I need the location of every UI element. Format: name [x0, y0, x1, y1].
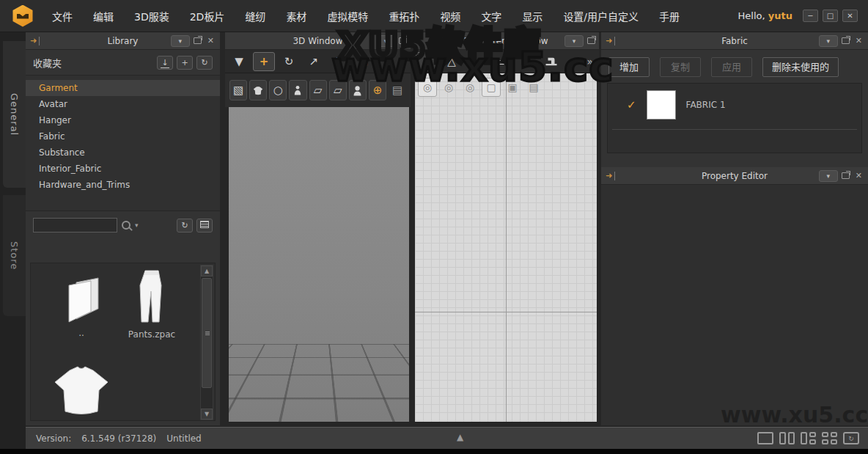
show-globe-icon[interactable]: ⊕ — [369, 80, 386, 100]
import-button[interactable]: ↓ — [157, 56, 173, 70]
file-item-pants[interactable]: Pants.zpac — [111, 269, 192, 340]
show-avatar-icon[interactable] — [289, 80, 306, 100]
dock-arrow-icon[interactable]: ➜ — [30, 37, 40, 45]
menu-sewing[interactable]: 缝纫 — [237, 5, 273, 27]
transform-pattern-tool-icon[interactable]: ◢ — [416, 52, 438, 71]
menu-3d-garment[interactable]: 3D服装 — [126, 5, 177, 27]
3d-window-popout-button[interactable] — [399, 36, 407, 46]
2d-window-dropdown-button[interactable]: ▾ — [564, 35, 584, 47]
show-info-icon[interactable]: ◎ — [460, 78, 479, 97]
library-close-button[interactable]: ✕ — [205, 36, 216, 45]
layout-grid-icon[interactable] — [822, 432, 837, 444]
fabric-apply-button[interactable]: 应用 — [711, 57, 752, 77]
tab-general[interactable]: General — [3, 41, 26, 188]
2d-window-popout-button[interactable] — [587, 36, 595, 46]
2d-pattern-canvas[interactable] — [415, 73, 597, 422]
search-input[interactable] — [33, 218, 117, 233]
library-item-garment[interactable]: Garment — [26, 80, 220, 96]
collapse-panel-icon[interactable]: ▲ — [457, 432, 463, 442]
pin-tool-icon[interactable]: ↗ — [303, 52, 325, 71]
create-pattern-tool-icon[interactable]: ▱ — [466, 52, 488, 71]
fabric-dropdown-button[interactable]: ▾ — [819, 35, 838, 47]
library-item-fabric[interactable]: Fabric — [26, 128, 220, 144]
show-trims-icon[interactable]: ○ — [269, 80, 287, 100]
measure-tape-icon[interactable]: ▤ — [389, 80, 406, 100]
toolbar-overflow-icon[interactable]: » — [398, 56, 408, 67]
edit-pattern-tool-icon[interactable]: △ — [441, 52, 463, 71]
toolbar-overflow-icon[interactable]: » — [586, 56, 596, 67]
refresh-favorites-button[interactable]: ↻ — [196, 56, 213, 70]
search-icon[interactable] — [122, 221, 130, 230]
view-mode-button[interactable] — [196, 219, 213, 233]
library-item-hanger[interactable]: Hanger — [26, 112, 220, 128]
menu-avatar[interactable]: 虚拟模特 — [319, 5, 376, 27]
refresh-files-button[interactable]: ↻ — [177, 219, 193, 233]
library-item-substance[interactable]: Substance — [26, 144, 220, 161]
trace-tool-icon[interactable]: ▭ — [490, 52, 512, 71]
menu-material[interactable]: 素材 — [278, 5, 315, 27]
library-item-avatar[interactable]: Avatar — [26, 96, 220, 112]
fabric-close-button[interactable]: ✕ — [853, 36, 864, 45]
scroll-up-button[interactable]: ▲ — [201, 266, 213, 277]
show-pattern-outline-icon[interactable]: ▢ — [482, 78, 501, 97]
library-dropdown-button[interactable]: ▾ — [171, 35, 190, 47]
fabric-swatch[interactable] — [647, 90, 676, 120]
add-favorite-button[interactable]: + — [177, 56, 193, 70]
sewing-machine-tool-icon[interactable] — [540, 52, 562, 71]
file-item-parent-folder[interactable]: .. — [41, 277, 122, 338]
ruler-icon[interactable]: ▤ — [524, 78, 543, 97]
search-filter-dropdown-icon[interactable]: ▾ — [135, 221, 139, 229]
menu-settings-customize[interactable]: 设置/用户自定义 — [555, 5, 647, 27]
show-head-icon[interactable] — [349, 80, 367, 100]
move-tool-icon[interactable]: + — [253, 52, 275, 71]
property-editor-dropdown-button[interactable]: ▾ — [819, 170, 838, 182]
fabric-list-item[interactable]: ✓ FABRIC 1 — [608, 84, 861, 126]
fabric-popout-button[interactable] — [842, 36, 850, 46]
3d-viewport[interactable] — [229, 107, 409, 422]
show-sewing-icon[interactable]: ◎ — [418, 78, 437, 97]
menu-video[interactable]: 视频 — [432, 5, 468, 27]
show-3d-pattern-icon[interactable]: ▧ — [229, 80, 247, 100]
menu-display[interactable]: 显示 — [514, 5, 551, 27]
maximize-button[interactable]: □ — [823, 10, 838, 22]
minimize-button[interactable]: − — [803, 10, 818, 22]
menu-text[interactable]: 文字 — [473, 5, 510, 27]
fabric-delete-unused-button[interactable]: 删除未使用的 — [762, 57, 839, 77]
layout-two-pane-icon[interactable] — [779, 432, 795, 444]
3d-window-dropdown-button[interactable]: ▾ — [376, 35, 395, 47]
menu-file[interactable]: 文件 — [44, 5, 81, 27]
scrollbar-thumb[interactable] — [202, 278, 212, 388]
show-avatar-silhouette-icon[interactable] — [515, 52, 537, 71]
property-editor-close-button[interactable]: ✕ — [853, 171, 864, 180]
close-button[interactable]: ✕ — [842, 10, 858, 22]
menu-retopology[interactable]: 重拓扑 — [380, 5, 427, 27]
scroll-down-button[interactable]: ▼ — [201, 409, 213, 420]
lock-pattern-icon[interactable]: ▣ — [503, 78, 522, 97]
dock-arrow-icon[interactable]: ➜ — [606, 172, 615, 180]
library-popout-button[interactable] — [194, 36, 202, 46]
property-editor-popout-button[interactable] — [842, 171, 850, 181]
library-item-interior-fabric[interactable]: Interior_Fabric — [26, 161, 220, 177]
arrange-tool-icon[interactable]: ▼ — [228, 52, 250, 71]
fabric-add-button[interactable]: 增加 — [608, 57, 650, 77]
file-item-tshirt[interactable] — [41, 365, 122, 420]
dock-arrow-icon[interactable]: ➜ — [606, 37, 615, 45]
tab-store[interactable]: Store — [3, 195, 26, 316]
rotate-gizmo-tool-icon[interactable]: ↻ — [278, 52, 300, 71]
show-garment-icon[interactable] — [249, 80, 267, 100]
layout-one-two-icon[interactable] — [801, 432, 816, 444]
fold-arrangement-tool-icon[interactable]: ⇈ — [328, 52, 350, 71]
show-pattern-a-icon[interactable]: ▱ — [309, 80, 327, 100]
file-scrollbar[interactable]: ▲ ▼ — [200, 265, 213, 420]
show-garment-2d-icon[interactable]: ◎ — [439, 78, 458, 97]
show-hide-tool-icon[interactable]: ⊡ — [353, 52, 375, 71]
menu-edit[interactable]: 编辑 — [85, 5, 122, 27]
library-item-hardware-and-trims[interactable]: Hardware_and_Trims — [26, 177, 220, 193]
menu-manual[interactable]: 手册 — [651, 5, 688, 27]
layout-single-icon[interactable] — [757, 432, 773, 444]
scrollbar-track[interactable] — [201, 389, 213, 409]
username[interactable]: yutu — [768, 10, 792, 21]
fabric-copy-button[interactable]: 复制 — [660, 57, 701, 77]
layout-reset-icon[interactable]: ↻ — [843, 432, 859, 444]
show-pattern-b-icon[interactable]: ▱ — [329, 80, 347, 100]
